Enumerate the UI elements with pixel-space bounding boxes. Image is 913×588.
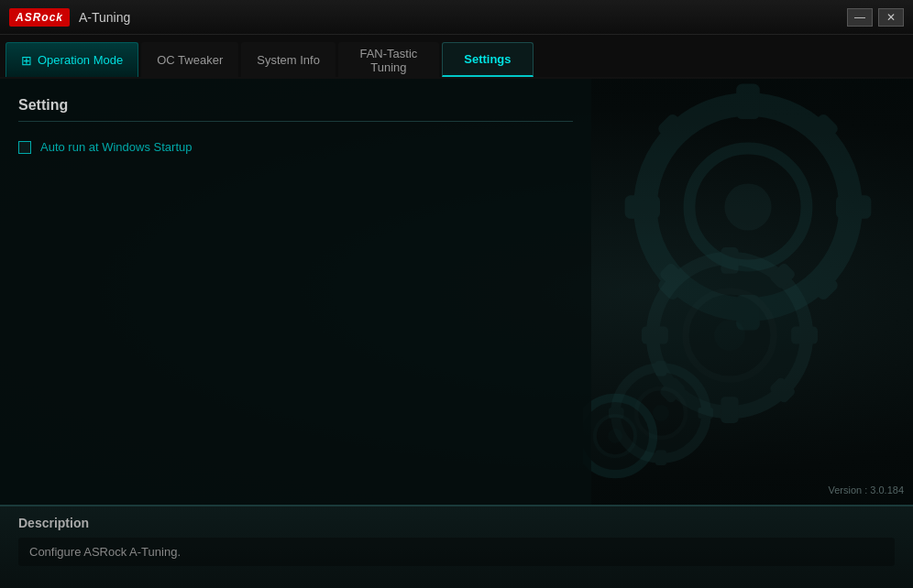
- gear-arc-icon: [766, 79, 913, 500]
- tab-settings-label: Settings: [464, 52, 511, 66]
- nav-tabs: ⊞ Operation Mode OC Tweaker System Info …: [0, 35, 913, 79]
- tab-settings[interactable]: Settings: [442, 42, 534, 77]
- svg-rect-16: [642, 326, 668, 343]
- svg-rect-5: [625, 195, 660, 219]
- minimize-button[interactable]: —: [847, 8, 873, 27]
- tab-fan-tastic-label: FAN-TasticTuning: [359, 47, 417, 74]
- svg-point-2: [724, 183, 771, 230]
- auto-run-row: Auto run at Windows Startup: [18, 140, 573, 154]
- gear-panel: [583, 79, 913, 505]
- tab-operation-mode[interactable]: ⊞ Operation Mode: [6, 42, 138, 77]
- description-text: Configure ASRock A-Tuning.: [18, 538, 895, 566]
- app-title: A-Tuning: [79, 10, 130, 25]
- window-controls: — ✕: [847, 8, 904, 27]
- tab-operation-mode-label: Operation Mode: [38, 53, 123, 67]
- title-left: ASRock A-Tuning: [9, 8, 130, 27]
- tab-oc-tweaker-label: OC Tweaker: [157, 53, 223, 67]
- tab-oc-tweaker[interactable]: OC Tweaker: [141, 42, 238, 77]
- tab-fan-tastic-tuning[interactable]: FAN-TasticTuning: [338, 42, 439, 77]
- main-content: Setting Auto run at Windows Startup Vers…: [0, 79, 913, 505]
- gear-bottom-left-icon: [583, 376, 675, 495]
- svg-rect-28: [698, 408, 714, 419]
- auto-run-label[interactable]: Auto run at Windows Startup: [40, 140, 192, 154]
- svg-point-31: [608, 429, 622, 443]
- svg-rect-3: [736, 84, 760, 119]
- grid-icon: ⊞: [21, 53, 32, 68]
- asrock-logo: ASRock: [9, 8, 70, 27]
- setting-title: Setting: [18, 97, 573, 122]
- tab-system-info-label: System Info: [257, 53, 320, 67]
- title-bar: ASRock A-Tuning — ✕: [0, 0, 913, 35]
- description-area: Description Configure ASRock A-Tuning.: [0, 505, 913, 588]
- setting-panel: Setting Auto run at Windows Startup: [0, 79, 591, 505]
- tab-system-info[interactable]: System Info: [241, 42, 336, 77]
- svg-rect-14: [720, 247, 738, 274]
- auto-run-checkbox[interactable]: [18, 141, 31, 154]
- close-button[interactable]: ✕: [878, 8, 904, 27]
- description-title: Description: [18, 516, 895, 530]
- svg-rect-25: [655, 361, 666, 376]
- version-text: Version : 3.0.184: [828, 485, 904, 495]
